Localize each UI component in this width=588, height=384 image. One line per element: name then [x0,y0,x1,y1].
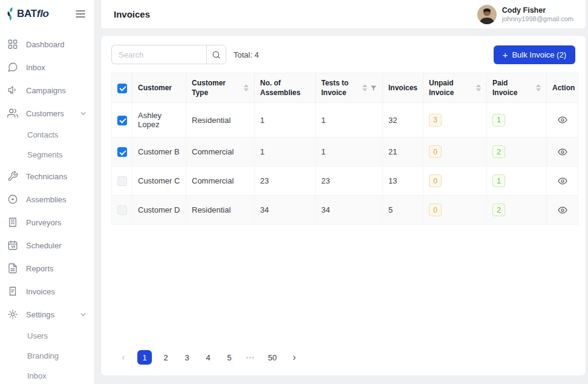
user-name: Cody Fisher [502,6,573,15]
cell-invoices: 13 [383,167,423,196]
cell-assemblies: 1 [255,103,316,137]
pagination-page-2[interactable]: 2 [158,350,173,365]
plus-icon: + [503,50,508,59]
view-invoice-button[interactable] [557,204,569,216]
unpaid-badge: 0 [429,174,442,187]
paid-badge: 2 [492,145,505,158]
pagination-page-50[interactable]: 50 [264,350,280,365]
pagination: ‹ 1 2 3 4 5 ••• 50 › [111,350,575,366]
cell-customer: Customer B [132,137,186,167]
paid-badge: 1 [492,114,505,127]
pagination-page-3[interactable]: 3 [180,350,194,365]
sort-icon[interactable] [476,84,481,91]
sort-icon[interactable] [536,84,541,91]
invoices-card: Total: 4 + Bulk Invoice (2) Customer Cus… [100,35,586,376]
sidebar-item-segments[interactable]: Segments [0,145,94,165]
pagination-next-button[interactable]: › [287,350,301,365]
bulk-invoice-button[interactable]: + Bulk Invoice (2) [494,45,575,64]
sidebar-item-label: Invoices [26,287,55,296]
eye-icon [558,115,567,125]
cell-customer: Customer C [132,167,186,196]
table-toolbar: Total: 4 + Bulk Invoice (2) [111,45,575,64]
sidebar-item-invoices[interactable]: Invoices [0,280,94,303]
sidebar-item-label: Settings [26,310,54,319]
cell-invoices: 21 [383,137,423,167]
col-invoices: Invoices [383,73,423,103]
sidebar: BATflo Dashboard [0,0,95,384]
user-meta: Cody Fisher johnny1998@gmail.com [502,6,573,22]
sidebar-item-technicians[interactable]: Technicians [0,165,94,188]
sort-icon[interactable] [244,84,249,91]
pagination-page-1[interactable]: 1 [137,350,152,365]
assembly-icon [7,194,18,205]
cell-customer: Customer D [132,196,186,225]
cell-assemblies: 23 [255,167,316,196]
cell-customer-type: Residential [186,103,255,137]
brand-logo[interactable]: BATflo [5,7,49,21]
app-window: BATflo Dashboard [0,0,588,384]
row-checkbox[interactable] [117,116,127,125]
unpaid-badge: 0 [429,204,442,216]
sidebar-item-label: Inbox [26,63,45,72]
row-checkbox[interactable] [117,176,127,186]
sidebar-item-inbox-settings[interactable]: Inbox [0,366,94,384]
search-button[interactable] [206,45,226,64]
sidebar-item-branding[interactable]: Branding [0,346,94,366]
bulk-invoice-label: Bulk Invoice (2) [512,50,566,59]
avatar [477,5,497,24]
eye-icon [558,147,567,157]
row-checkbox[interactable] [117,205,127,215]
calendar-icon [7,240,18,251]
sidebar-item-label: Campaigns [26,86,66,95]
col-paid-invoice: Paid Invoice [487,73,547,103]
sidebar-item-scheduler[interactable]: Scheduler [0,234,94,257]
eye-icon [558,176,567,186]
cell-invoices: 32 [383,103,423,137]
chevron-down-icon[interactable] [79,311,87,319]
sidebar-item-label: Technicians [26,172,67,181]
eye-icon [558,205,567,215]
row-checkbox[interactable] [117,147,127,157]
sidebar-item-inbox[interactable]: Inbox [0,56,94,79]
sidebar-item-settings[interactable]: Settings [0,303,94,326]
select-all-checkbox[interactable] [117,84,127,93]
sidebar-item-label: Purveyors [26,218,62,227]
cell-customer: Ashley Lopez [132,103,186,137]
cell-tests: 1 [316,103,383,137]
cell-customer-type: Residential [186,196,255,225]
sidebar-item-customers[interactable]: Customers [0,102,94,125]
sidebar-item-reports[interactable]: Reports [0,257,94,280]
sidebar-item-purveyors[interactable]: Purveyors [0,211,94,234]
pagination-prev-button[interactable]: ‹ [116,350,131,365]
sidebar-item-label: Inbox [27,371,47,380]
view-invoice-button[interactable] [557,175,569,187]
view-invoice-button[interactable] [557,146,569,158]
sort-icon[interactable] [362,84,367,91]
sidebar-item-contacts[interactable]: Contacts [0,125,94,145]
col-customer-type: Customer Type [186,73,255,103]
sidebar-collapse-button[interactable] [74,8,87,20]
sidebar-item-dashboard[interactable]: Dashboard [0,33,94,56]
cell-tests: 23 [316,167,383,196]
cell-customer-type: Commercial [186,137,255,167]
view-invoice-button[interactable] [557,114,569,126]
col-action: Action [547,73,578,103]
pagination-page-5[interactable]: 5 [222,350,237,365]
user-menu[interactable]: Cody Fisher johnny1998@gmail.com [477,5,573,24]
sidebar-item-label: Assemblies [26,195,66,204]
table-row: Customer C Commercial 23 23 13 0 1 [112,167,578,196]
chevron-down-icon[interactable] [79,110,87,118]
sidebar-nav: Dashboard Inbox Campaigns Customers [0,27,94,384]
sidebar-item-users[interactable]: Users [0,326,94,346]
sidebar-item-assemblies[interactable]: Assemblies [0,188,94,211]
filter-icon[interactable] [370,85,377,91]
wrench-icon [7,171,18,182]
sidebar-item-label: Customers [26,109,64,118]
unpaid-badge: 0 [429,145,442,158]
pagination-page-4[interactable]: 4 [201,350,215,365]
sidebar-item-campaigns[interactable]: Campaigns [0,79,94,102]
search-input[interactable] [111,45,206,64]
inbox-icon [7,62,18,73]
total-count: Total: 4 [234,50,259,59]
customers-icon [7,108,18,119]
